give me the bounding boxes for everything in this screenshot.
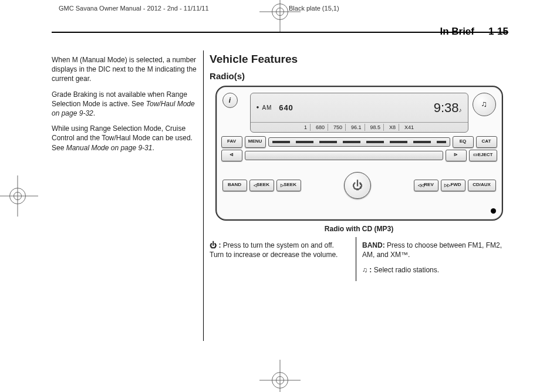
page: GMC Savana Owner Manual - 2012 - 2nd - 1… — [0, 0, 560, 392]
power-icon: ⏻ — [352, 178, 363, 192]
registration-mark-bottom — [272, 372, 288, 388]
preset-3: 96.1 — [348, 124, 365, 131]
softkey-strip[interactable] — [268, 137, 450, 147]
row-softkeys-2: ⊲ ⊳ ▭ EJECT — [221, 150, 497, 161]
music-note-icon: ♫ — [362, 266, 367, 274]
column-2-3: Vehicle Features Radio(s) i ♫ ● AM 640 — [204, 50, 508, 341]
header-left: GMC Savana Owner Manual - 2012 - 2nd - 1… — [59, 5, 271, 12]
content-frame: When M (Manual Mode) is selected, a numb… — [52, 32, 508, 344]
display-presets: 1 680 750 96.1 98.5 X8 X41 — [251, 122, 468, 132]
power-volume-knob[interactable]: ⏻ — [344, 172, 371, 199]
desc-band: BAND: Press to choose between FM1, FM2, … — [362, 241, 502, 259]
cd-aux-button[interactable]: CD/AUX — [468, 180, 496, 191]
info-button[interactable]: i — [222, 93, 238, 108]
para-grade-braking: Grade Braking is not available when Rang… — [52, 90, 197, 119]
radio-faceplate: i ♫ ● AM 640 9:38♪ — [215, 86, 503, 221]
rev-button[interactable]: ◁◁REV — [414, 180, 438, 191]
desc-power: ⏻ : Press to turn the system on and off.… — [210, 241, 350, 259]
info-icon: i — [229, 96, 231, 105]
preset-index: 1 — [301, 124, 311, 131]
registration-mark-top — [272, 4, 288, 20]
desc-col-right: BAND: Press to choose between FM1, FM2, … — [356, 237, 508, 281]
fav-button[interactable]: FAV — [221, 136, 242, 148]
cat-button[interactable]: CAT — [476, 136, 497, 148]
heading-vehicle-features: Vehicle Features — [210, 52, 508, 67]
registration-mark-left — [9, 188, 26, 204]
figure-radio: i ♫ ● AM 640 9:38♪ — [210, 86, 508, 234]
seek-next-button[interactable]: ▷SEEK — [276, 180, 301, 191]
folder-next-button[interactable]: ⊳ — [446, 150, 467, 161]
xref-manual-mode: Manual Mode on page 9-31 — [66, 144, 153, 152]
desc-col-left: ⏻ : Press to turn the system on and off.… — [210, 237, 356, 281]
preset-5: X8 — [386, 124, 399, 131]
power-icon: ⏻ — [210, 241, 217, 249]
heading-radios: Radio(s) — [210, 70, 508, 82]
eject-button[interactable]: ▭ EJECT — [469, 150, 497, 161]
preset-4: 98.5 — [367, 124, 384, 131]
corner-dot — [491, 208, 496, 214]
preset-2: 750 — [330, 124, 346, 131]
cd-slot[interactable] — [245, 151, 443, 160]
eq-button[interactable]: EQ — [453, 136, 474, 148]
desc-tune: ♫ : Select radio stations. — [362, 265, 502, 275]
para-manual-mode: When M (Manual Mode) is selected, a numb… — [52, 55, 197, 84]
figure-caption: Radio with CD (MP3) — [325, 224, 393, 234]
menu-button[interactable]: MENU — [245, 136, 266, 148]
preset-1: 680 — [313, 124, 328, 131]
tune-knob[interactable]: ♫ — [473, 93, 496, 116]
row-bottom: BAND ◁SEEK ▷SEEK ⏻ ◁◁REV ▷▷FWD CD/AUX — [221, 172, 497, 199]
radio-display: ● AM 640 9:38♪ 1 680 750 96.1 — [250, 93, 468, 133]
preset-6: X41 — [402, 124, 417, 131]
display-clock: 9:38♪ — [434, 99, 462, 117]
folder-prev-button[interactable]: ⊲ — [221, 150, 242, 161]
seek-prev-button[interactable]: ◁SEEK — [249, 180, 274, 191]
music-note-icon: ♫ — [481, 99, 487, 110]
fwd-button[interactable]: ▷▷FWD — [441, 180, 465, 191]
display-band-freq: ● AM 640 — [257, 103, 294, 113]
description-columns: ⏻ : Press to turn the system on and off.… — [210, 237, 508, 281]
column-1: When M (Manual Mode) is selected, a numb… — [52, 50, 204, 341]
header-right: Black plate (15,1) — [271, 5, 501, 12]
row-softkeys-1: FAV MENU EQ CAT — [221, 136, 497, 148]
para-range-selection: While using Range Selection Mode, Cruise… — [52, 124, 197, 153]
band-button[interactable]: BAND — [222, 180, 247, 191]
